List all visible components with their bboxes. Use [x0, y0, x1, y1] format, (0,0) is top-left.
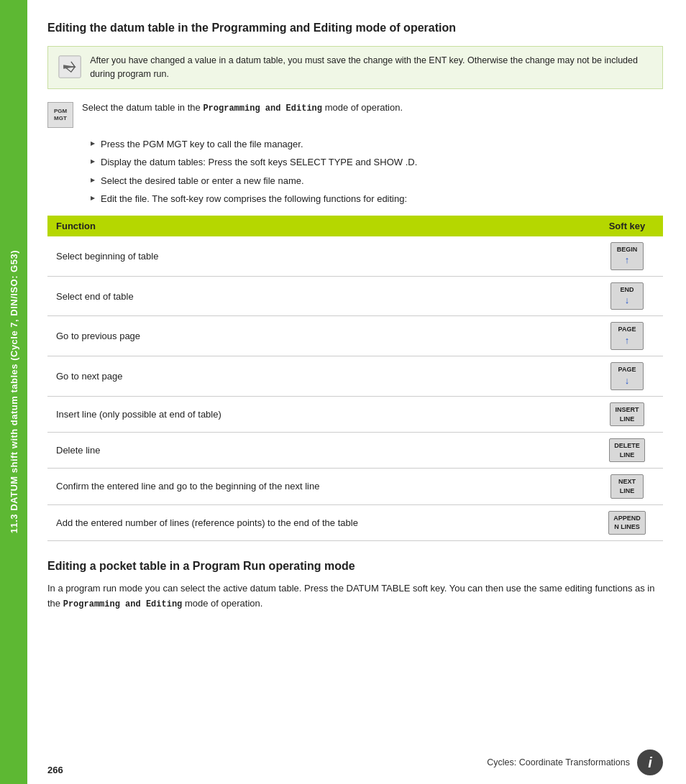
bullet-item: Press the PGM MGT key to call the file m…	[91, 135, 663, 154]
bullet-item: Select the desired table or enter a new …	[91, 172, 663, 190]
table-row: Go to next pagePAGE↓	[47, 356, 663, 397]
softkey-cell: PAGE↓	[591, 356, 663, 397]
function-table: Function Soft key Select beginning of ta…	[47, 216, 663, 541]
body-text-1: PGMMGT Select the datum table in the Pro…	[47, 101, 663, 128]
soft-key-button[interactable]: END↓	[610, 282, 644, 310]
info-icon: i	[637, 750, 663, 775]
function-cell: Add the entered number of lines (referen…	[47, 504, 591, 540]
note-text: After you have changed a value in a datu…	[90, 54, 652, 81]
soft-key-button[interactable]: INSERTLINE	[610, 402, 644, 426]
function-cell: Go to previous page	[47, 316, 591, 356]
table-row: Add the entered number of lines (referen…	[47, 504, 663, 540]
section2-title: Editing a pocket table in a Program Run …	[47, 558, 663, 574]
col-softkey-header: Soft key	[591, 216, 663, 236]
sidebar: 11.3 DATUM shift with datum tables (Cycl…	[0, 0, 27, 784]
softkey-cell: DELETELINE	[591, 433, 663, 469]
footer-title: Cycles: Coordinate Transformations	[487, 757, 630, 767]
soft-key-button[interactable]: PAGE↓	[610, 362, 644, 390]
pgm-icon: PGMMGT	[47, 102, 73, 128]
soft-key-button[interactable]: APPENDN LINES	[608, 511, 646, 535]
code-programming-editing: Programming and Editing	[203, 103, 322, 114]
footer: 266 Cycles: Coordinate Transformations i	[27, 741, 686, 784]
section2-body: In a program run mode you can select the…	[47, 581, 663, 612]
bullet-item: Edit the file. The soft-key row comprise…	[91, 190, 663, 208]
pgm-icon-text: PGMMGT	[54, 108, 67, 121]
softkey-cell: BEGIN↑	[591, 236, 663, 276]
bullet-list: Press the PGM MGT key to call the file m…	[91, 135, 663, 208]
body-text-intro: Select the datum table in the Programmin…	[82, 102, 403, 113]
function-cell: Select end of table	[47, 276, 591, 316]
footer-right: Cycles: Coordinate Transformations i	[487, 750, 663, 775]
soft-key-button[interactable]: BEGIN↑	[610, 242, 644, 270]
softkey-cell: PAGE↑	[591, 316, 663, 356]
function-cell: Delete line	[47, 433, 591, 469]
softkey-cell: APPENDN LINES	[591, 504, 663, 540]
function-cell: Go to next page	[47, 356, 591, 397]
section1-title: Editing the datum table in the Programmi…	[47, 20, 663, 36]
col-function-header: Function	[47, 216, 591, 236]
sidebar-label: 11.3 DATUM shift with datum tables (Cycl…	[9, 250, 19, 533]
soft-key-button[interactable]: DELETELINE	[609, 438, 645, 462]
note-arrow-icon	[58, 54, 81, 80]
note-box: After you have changed a value in a datu…	[47, 46, 663, 89]
footer-page: 266	[47, 765, 63, 775]
softkey-cell: END↓	[591, 276, 663, 316]
soft-key-button[interactable]: NEXTLINE	[610, 474, 644, 498]
bullet-item: Display the datum tables: Press the soft…	[91, 153, 663, 172]
section2-code: Programming and Editing	[63, 599, 183, 609]
function-cell: Insert line (only possible at end of tab…	[47, 397, 591, 433]
function-cell: Select beginning of table	[47, 236, 591, 276]
table-row: Insert line (only possible at end of tab…	[47, 397, 663, 433]
main-content: Editing the datum table in the Programmi…	[27, 0, 686, 784]
soft-key-button[interactable]: PAGE↑	[610, 322, 644, 350]
table-row: Delete lineDELETELINE	[47, 433, 663, 469]
table-row: Select beginning of tableBEGIN↑	[47, 236, 663, 276]
table-row: Select end of tableEND↓	[47, 276, 663, 316]
table-row: Confirm the entered line and go to the b…	[47, 469, 663, 504]
softkey-cell: INSERTLINE	[591, 397, 663, 433]
function-cell: Confirm the entered line and go to the b…	[47, 469, 591, 504]
table-row: Go to previous pagePAGE↑	[47, 316, 663, 356]
softkey-cell: NEXTLINE	[591, 469, 663, 504]
